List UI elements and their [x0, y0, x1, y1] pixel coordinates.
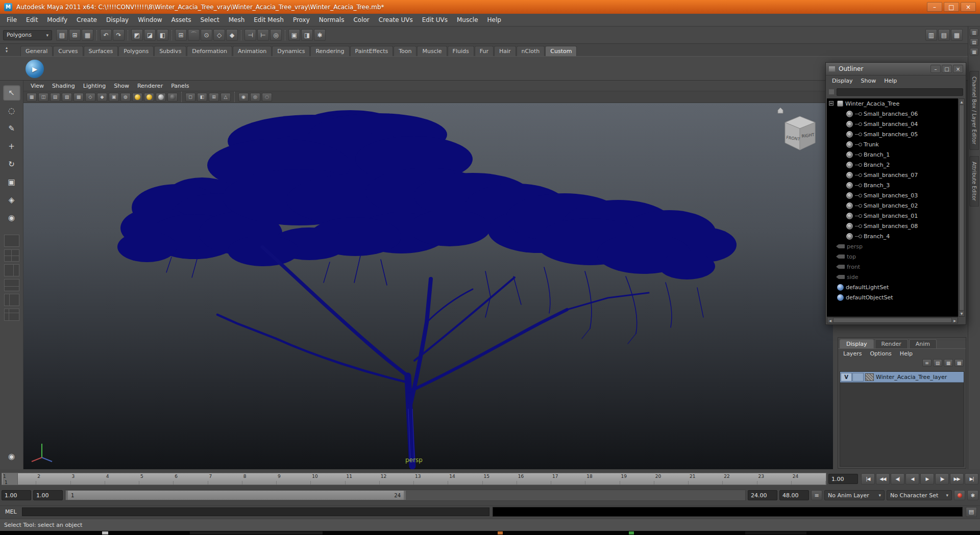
layout-four-pane[interactable]	[4, 249, 19, 262]
outliner-filter-input[interactable]	[837, 88, 963, 96]
outliner-item[interactable]: Small_branches_08	[827, 221, 958, 231]
input-connections-icon[interactable]: ⊣	[244, 29, 256, 41]
anim-layer-dropdown[interactable]: No Anim Layer	[824, 490, 885, 500]
gate-mask-icon[interactable]: ◧	[197, 93, 207, 101]
shelf-tab[interactable]: Toon	[394, 46, 416, 56]
menu-item[interactable]: Window	[133, 14, 166, 26]
outliner-minimize-button[interactable]: –	[930, 65, 941, 73]
step-back-key-button[interactable]: ◀◀	[876, 473, 890, 485]
command-line-output[interactable]	[493, 507, 963, 517]
scroll-down-icon[interactable]	[959, 311, 964, 316]
panel-menu-item[interactable]: Renderer	[133, 81, 167, 91]
show-attribute-editor-icon[interactable]: ▤	[970, 38, 978, 46]
textured-mode-icon[interactable]: ▣	[109, 93, 119, 101]
layer-editor-menu-item[interactable]: Layers	[839, 350, 866, 357]
animation-start-field[interactable]: 1.00	[33, 490, 63, 500]
menu-item[interactable]: Help	[483, 14, 506, 26]
taskbar-item[interactable]	[102, 531, 108, 534]
shelf-tab[interactable]: PaintEffects	[350, 46, 394, 56]
menu-item[interactable]: Proxy	[288, 14, 314, 26]
outliner-item[interactable]: Branch_2	[827, 160, 958, 170]
paint-select-tool[interactable]: ✎	[3, 120, 20, 136]
panel-menu-item[interactable]: Lighting	[79, 81, 110, 91]
lasso-select-tool[interactable]: ◌	[3, 103, 20, 118]
show-manipulator-tool[interactable]: ◉	[3, 448, 20, 464]
rotate-tool[interactable]: ↻	[3, 156, 20, 172]
outliner-item[interactable]: top	[827, 251, 958, 262]
use-default-material-icon[interactable]: ◍	[120, 93, 131, 101]
view-cube-home-icon[interactable]	[778, 108, 783, 113]
menu-item[interactable]: Muscle	[452, 14, 483, 26]
field-chart-icon[interactable]: ⊞	[209, 93, 219, 101]
outliner-item[interactable]: defaultObjectSet	[827, 292, 958, 302]
render-settings-icon[interactable]: ✱	[314, 29, 326, 41]
menu-item[interactable]: Modify	[42, 14, 72, 26]
layer-editor-menu-item[interactable]: Help	[896, 350, 917, 357]
shelf-tab[interactable]: Deformation	[187, 46, 232, 56]
outliner-item[interactable]: Branch_3	[827, 180, 958, 190]
outliner-item[interactable]: Small_branches_02	[827, 200, 958, 211]
select-component-icon[interactable]: ◧	[157, 29, 168, 41]
character-set-dropdown[interactable]: No Character Set	[887, 490, 952, 500]
outliner-item[interactable]: Small_branches_03	[827, 190, 958, 200]
snap-curve-icon[interactable]: ⌒	[188, 29, 200, 41]
new-layer-from-selected-icon[interactable]: ▩	[954, 359, 964, 367]
outliner-close-button[interactable]: ×	[953, 65, 963, 73]
panel-menu-item[interactable]: Show	[110, 81, 133, 91]
menu-item[interactable]: Edit Mesh	[249, 14, 288, 26]
outliner-menu-item[interactable]: Display	[828, 78, 857, 84]
sidebar-vertical-tab[interactable]: Attribute Editor	[969, 156, 979, 207]
minimize-button[interactable]: –	[927, 2, 942, 12]
layer-move-up-icon[interactable]: ▤	[933, 359, 942, 367]
menu-item[interactable]: Create	[72, 14, 102, 26]
safe-action-icon[interactable]: △	[220, 93, 231, 101]
all-lights-icon[interactable]	[144, 93, 154, 101]
move-tool[interactable]: +	[3, 138, 20, 154]
shaded-mode-icon[interactable]: ◆	[97, 93, 107, 101]
outliner-item[interactable]: front	[827, 262, 958, 272]
shelf-menu-icon[interactable]	[4, 47, 13, 55]
auto-keyframe-toggle-icon[interactable]	[954, 490, 965, 500]
shelf-tab[interactable]: Hair	[494, 46, 516, 56]
scroll-right-icon[interactable]	[952, 318, 958, 323]
show-tool-settings-icon[interactable]: ▦	[970, 48, 978, 56]
step-forward-key-button[interactable]: ▶▶	[950, 473, 964, 485]
outliner-item[interactable]: defaultLightSet	[827, 282, 958, 292]
menu-item[interactable]: Create UVs	[374, 14, 418, 26]
panel-menu-item[interactable]: Shading	[48, 81, 79, 91]
shelf-tab[interactable]: General	[20, 46, 53, 56]
playback-start-field[interactable]: 1.00	[2, 490, 31, 500]
default-lighting-icon[interactable]	[132, 93, 142, 101]
go-to-end-button[interactable]: ▶|	[965, 473, 978, 485]
construction-history-icon[interactable]: ◎	[270, 29, 282, 41]
menu-item[interactable]: Normals	[314, 14, 349, 26]
layout-custom[interactable]	[4, 309, 19, 321]
outliner-maximize-button[interactable]: □	[942, 65, 952, 73]
bookmark-icon[interactable]: ▧	[62, 93, 72, 101]
view-cube[interactable]: FRONT RIGHT	[778, 108, 815, 150]
new-scene-icon[interactable]: ▤	[56, 29, 68, 41]
panel-menu-item[interactable]: Panels	[167, 81, 193, 91]
outliner-item[interactable]: Winter_Acacia_Tree	[827, 98, 958, 109]
attribute-editor-toggle-icon[interactable]: ▤	[938, 29, 950, 41]
resolution-gate-icon[interactable]: ◻	[185, 93, 195, 101]
scroll-up-icon[interactable]	[959, 99, 964, 105]
shelf-tab[interactable]: Animation	[233, 46, 272, 56]
go-to-start-button[interactable]: |◀	[861, 473, 875, 485]
anim-layer-menu-icon[interactable]	[811, 490, 822, 500]
output-connections-icon[interactable]: ⊢	[257, 29, 269, 41]
play-forwards-button[interactable]: ▶	[920, 473, 934, 485]
menu-item[interactable]: Edit	[21, 14, 42, 26]
redo-icon[interactable]: ↷	[113, 29, 125, 41]
layout-persp-outliner[interactable]	[4, 264, 19, 276]
outliner-item[interactable]: Small_branches_01	[827, 211, 958, 221]
outliner-vertical-scrollbar[interactable]	[959, 98, 965, 317]
Winter_Acacia_Tree_layer[interactable]: V Winter_Acacia_Tree_layer	[840, 372, 964, 383]
undo-icon[interactable]: ↶	[100, 29, 112, 41]
outliner-item[interactable]: Small_branches_07	[827, 170, 958, 180]
xray-icon[interactable]: ◎	[250, 93, 260, 101]
play-backwards-button[interactable]: ◀	[905, 473, 919, 485]
layer-editor-menu-item[interactable]: Options	[866, 350, 895, 357]
layout-persp-graph[interactable]	[4, 279, 19, 291]
maximize-button[interactable]: □	[944, 2, 959, 12]
